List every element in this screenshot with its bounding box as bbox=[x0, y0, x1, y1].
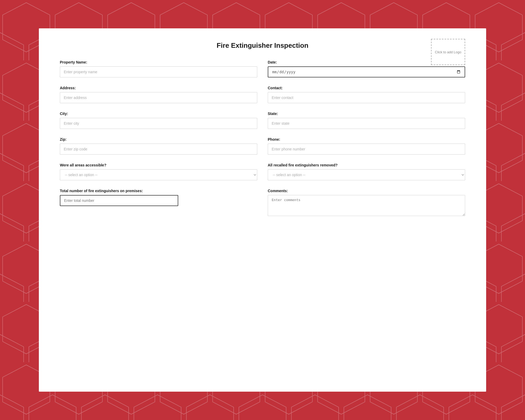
group-phone: Phone: bbox=[268, 137, 465, 155]
logo-label: Click to add Logo bbox=[435, 50, 461, 54]
group-zip: Zip: bbox=[60, 137, 257, 155]
group-city: City: bbox=[60, 112, 257, 129]
input-comments[interactable] bbox=[268, 195, 465, 216]
select-recalled-removed[interactable]: -- select an option -- Yes No bbox=[268, 169, 465, 180]
label-contact: Contact: bbox=[268, 86, 465, 90]
card-header: Fire Extinguisher Inspection Click to ad… bbox=[60, 39, 465, 50]
group-address: Address: bbox=[60, 86, 257, 103]
label-comments: Comments: bbox=[268, 189, 465, 193]
label-state: State: bbox=[268, 112, 465, 116]
group-total-extinguishers: Total number of fire extinguishers on pr… bbox=[60, 189, 257, 216]
row-selects: Were all areas accessible? -- select an … bbox=[60, 163, 465, 180]
form-title: Fire Extinguisher Inspection bbox=[60, 39, 465, 50]
main-card: Fire Extinguisher Inspection Click to ad… bbox=[39, 28, 486, 392]
input-contact[interactable] bbox=[268, 92, 465, 103]
input-property-name[interactable] bbox=[60, 66, 257, 77]
input-state[interactable] bbox=[268, 118, 465, 129]
input-address[interactable] bbox=[60, 92, 257, 103]
group-contact: Contact: bbox=[268, 86, 465, 103]
label-zip: Zip: bbox=[60, 137, 257, 141]
label-address: Address: bbox=[60, 86, 257, 90]
label-property-name: Property Name: bbox=[60, 60, 257, 64]
input-phone[interactable] bbox=[268, 144, 465, 155]
label-city: City: bbox=[60, 112, 257, 116]
input-date[interactable] bbox=[268, 66, 465, 77]
group-areas-accessible: Were all areas accessible? -- select an … bbox=[60, 163, 257, 180]
group-recalled-removed: All recalled fire extinguishers removed?… bbox=[268, 163, 465, 180]
input-zip[interactable] bbox=[60, 144, 257, 155]
row-property-date: Property Name: Date: bbox=[60, 60, 465, 77]
input-city[interactable] bbox=[60, 118, 257, 129]
row-city-state: City: State: bbox=[60, 112, 465, 129]
label-phone: Phone: bbox=[268, 137, 465, 141]
input-total-extinguishers[interactable] bbox=[60, 195, 178, 206]
label-recalled-removed: All recalled fire extinguishers removed? bbox=[268, 163, 465, 167]
select-areas-accessible[interactable]: -- select an option -- Yes No bbox=[60, 169, 257, 180]
label-total-extinguishers: Total number of fire extinguishers on pr… bbox=[60, 189, 257, 193]
row-address-contact: Address: Contact: bbox=[60, 86, 465, 103]
row-total-comments: Total number of fire extinguishers on pr… bbox=[60, 189, 465, 216]
row-zip-phone: Zip: Phone: bbox=[60, 137, 465, 155]
group-property-name: Property Name: bbox=[60, 60, 257, 77]
label-areas-accessible: Were all areas accessible? bbox=[60, 163, 257, 167]
logo-placeholder[interactable]: Click to add Logo bbox=[431, 39, 465, 65]
group-state: State: bbox=[268, 112, 465, 129]
group-comments: Comments: bbox=[268, 189, 465, 216]
